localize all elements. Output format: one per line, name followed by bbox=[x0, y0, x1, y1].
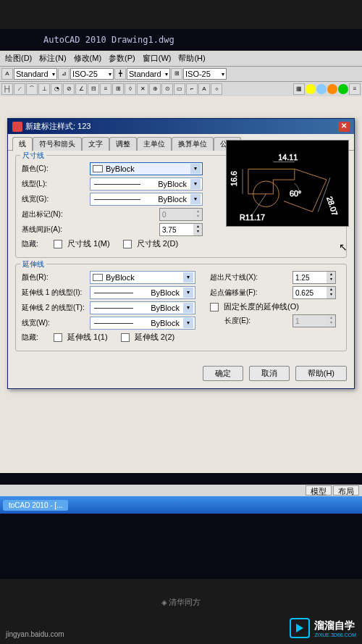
combo-textstyle[interactable]: Standard bbox=[14, 68, 57, 80]
color-combo[interactable]: ByBlock bbox=[90, 162, 203, 175]
dim-center-icon[interactable]: ⊙ bbox=[161, 83, 173, 95]
model-tab[interactable]: 模型 bbox=[306, 485, 332, 495]
tool-icon[interactable]: ╋ bbox=[114, 68, 126, 80]
dim-quick-icon[interactable]: ⊟ bbox=[88, 83, 99, 95]
ok-button[interactable]: 确定 bbox=[203, 366, 243, 381]
menu-dimension[interactable]: 标注(N) bbox=[37, 52, 68, 64]
combo-dimstyle[interactable]: ISO-25 bbox=[70, 68, 114, 80]
layer-more-icon[interactable]: ≡ bbox=[349, 83, 361, 95]
hide-dimline2-check[interactable] bbox=[123, 240, 132, 248]
hide-dimline1-check[interactable] bbox=[54, 240, 62, 248]
watermark-brand: 溜溜自学 ZIXUE.3D66.COM bbox=[290, 618, 356, 638]
dim-baseline-icon[interactable]: ≡ bbox=[100, 83, 111, 95]
cursor-icon: ↖ bbox=[339, 241, 348, 253]
tab-primary[interactable]: 主单位 bbox=[137, 137, 172, 151]
lineweight-combo[interactable]: ByBlock bbox=[90, 193, 203, 206]
drawing-canvas[interactable]: 新建标注样式: 123 ✕ 线 符号和箭头 文字 调整 主单位 换算单位 公差 … bbox=[0, 96, 362, 473]
dim-inspect-icon[interactable]: ▭ bbox=[174, 83, 185, 95]
dim-break-icon[interactable]: ✕ bbox=[137, 83, 148, 95]
hide-ext2-check[interactable] bbox=[121, 333, 130, 342]
combo-mlstyle[interactable]: ISO-25 bbox=[183, 68, 227, 80]
lineweight-label: 线宽(G): bbox=[22, 194, 87, 204]
dim-ordinate-icon[interactable]: ⊥ bbox=[38, 83, 50, 95]
ext-color-combo[interactable]: ByBlock bbox=[90, 271, 195, 284]
dim-arc-icon[interactable]: ⌒ bbox=[26, 83, 38, 95]
svg-text:16.6: 16.6 bbox=[230, 171, 238, 186]
menu-draw[interactable]: 绘图(D) bbox=[3, 52, 34, 64]
watermark-source: jingyan.baidu.com bbox=[6, 630, 64, 638]
extline-group-title: 延伸线 bbox=[20, 259, 46, 269]
tab-text[interactable]: 文字 bbox=[82, 137, 109, 151]
tab-alternate[interactable]: 换算单位 bbox=[172, 137, 214, 151]
combo-tablestyle[interactable]: Standard bbox=[127, 68, 170, 80]
dim-radius-icon[interactable]: ◔ bbox=[51, 83, 62, 95]
menu-parametric[interactable]: 参数(P) bbox=[106, 52, 138, 64]
dim-jogged-icon[interactable]: ⌐ bbox=[186, 83, 198, 95]
fixed-ext-check[interactable] bbox=[210, 303, 219, 311]
beyond-spinner: 0 bbox=[159, 208, 203, 221]
ext-color-label: 颜色(R): bbox=[22, 272, 87, 283]
layer-color-icon[interactable] bbox=[338, 84, 348, 94]
dim-angular-icon[interactable]: ∠ bbox=[75, 83, 87, 95]
svg-text:14.11: 14.11 bbox=[278, 153, 298, 162]
ext-hide-label: 隐藏: bbox=[22, 333, 51, 343]
layer-freeze-icon[interactable] bbox=[316, 84, 327, 94]
play-icon bbox=[290, 618, 310, 638]
ext-lt2-combo[interactable]: ByBlock bbox=[90, 301, 195, 314]
svg-text:60°: 60° bbox=[290, 189, 301, 198]
dim-space-icon[interactable]: ◊ bbox=[125, 83, 136, 95]
tab-line[interactable]: 线 bbox=[12, 137, 33, 151]
toolbar-dimension: ├┤ ⟋ ⌒ ⊥ ◔ ⊘ ∠ ⊟ ≡ ⊞ ◊ ✕ ⊕ ⊙ ▭ ⌐ A ⟐ ▦ ≡ bbox=[0, 81, 362, 96]
layout-tab[interactable]: 布局 bbox=[333, 485, 359, 495]
ext-offset-label: 起点偏移量(F): bbox=[210, 288, 290, 298]
tab-arrows[interactable]: 符号和箭头 bbox=[33, 137, 82, 151]
dim-aligned-icon[interactable]: ⟋ bbox=[14, 83, 25, 95]
monitor-brand: ◈ 清华同方 bbox=[161, 597, 201, 608]
dim-continue-icon[interactable]: ⊞ bbox=[112, 83, 124, 95]
dialog-title: 新建标注样式: 123 bbox=[25, 121, 90, 132]
taskbar-app[interactable]: toCAD 2010 - [... bbox=[3, 500, 68, 511]
layer-tool-icon[interactable]: ▦ bbox=[293, 83, 305, 95]
ext-lw-combo[interactable]: ByBlock bbox=[90, 317, 195, 330]
tool-icon[interactable]: A bbox=[1, 68, 13, 80]
layer-lock-icon[interactable] bbox=[327, 84, 337, 94]
tab-fit[interactable]: 调整 bbox=[109, 137, 137, 151]
toolbar-styles: A Standard ⊿ ISO-25 ╋ Standard ⊞ ISO-25 bbox=[0, 66, 362, 81]
menu-window[interactable]: 窗口(W) bbox=[140, 52, 174, 64]
ext-length-spinner: 1 bbox=[292, 314, 336, 327]
color-label: 颜色(C): bbox=[22, 164, 87, 174]
app-icon bbox=[12, 122, 22, 132]
hide-dimline2-label: 尺寸线 2(D) bbox=[137, 238, 178, 249]
hide-ext1-label: 延伸线 1(1) bbox=[67, 332, 108, 343]
tool-icon[interactable]: ⊿ bbox=[58, 68, 70, 80]
ext-offset-spinner[interactable]: 0.625 bbox=[292, 286, 336, 299]
dialog-titlebar: 新建标注样式: 123 ✕ bbox=[8, 119, 354, 134]
menu-modify[interactable]: 修改(M) bbox=[72, 52, 104, 64]
ext-lt1-combo[interactable]: ByBlock bbox=[90, 286, 195, 299]
cancel-button[interactable]: 取消 bbox=[249, 366, 290, 381]
menu-help[interactable]: 帮助(H) bbox=[176, 52, 207, 64]
ext-beyond-spinner[interactable]: 1.25 bbox=[292, 271, 336, 284]
dim-edit-icon[interactable]: A bbox=[198, 83, 210, 95]
dim-style-icon[interactable]: ⟐ bbox=[211, 83, 222, 95]
dim-linear-icon[interactable]: ├┤ bbox=[1, 83, 13, 95]
hide-label: 隐藏: bbox=[22, 239, 51, 249]
baseline-label: 基线间距(A): bbox=[22, 225, 87, 235]
tool-icon[interactable]: ⊞ bbox=[171, 68, 182, 80]
dim-tolerance-icon[interactable]: ⊕ bbox=[149, 83, 161, 95]
hide-ext1-check[interactable] bbox=[54, 333, 62, 342]
linetype-combo[interactable]: ByBlock bbox=[90, 177, 203, 191]
beyond-label: 超出标记(N): bbox=[22, 209, 87, 219]
svg-text:28.07: 28.07 bbox=[325, 196, 340, 217]
dimline-group-title: 尺寸线 bbox=[20, 151, 46, 161]
close-button[interactable]: ✕ bbox=[338, 122, 350, 132]
status-bar: 模型 布局 bbox=[0, 485, 362, 496]
menubar: 绘图(D) 标注(N) 修改(M) 参数(P) 窗口(W) 帮助(H) bbox=[0, 51, 362, 66]
help-button[interactable]: 帮助(H) bbox=[295, 366, 347, 381]
dim-diameter-icon[interactable]: ⊘ bbox=[63, 83, 75, 95]
layer-on-icon[interactable] bbox=[306, 84, 316, 94]
hide-ext2-label: 延伸线 2(2) bbox=[135, 332, 175, 343]
baseline-spinner[interactable]: 3.75 bbox=[159, 223, 203, 236]
linetype-label: 线型(L): bbox=[22, 179, 87, 189]
hide-dimline1-label: 尺寸线 1(M) bbox=[67, 238, 110, 249]
